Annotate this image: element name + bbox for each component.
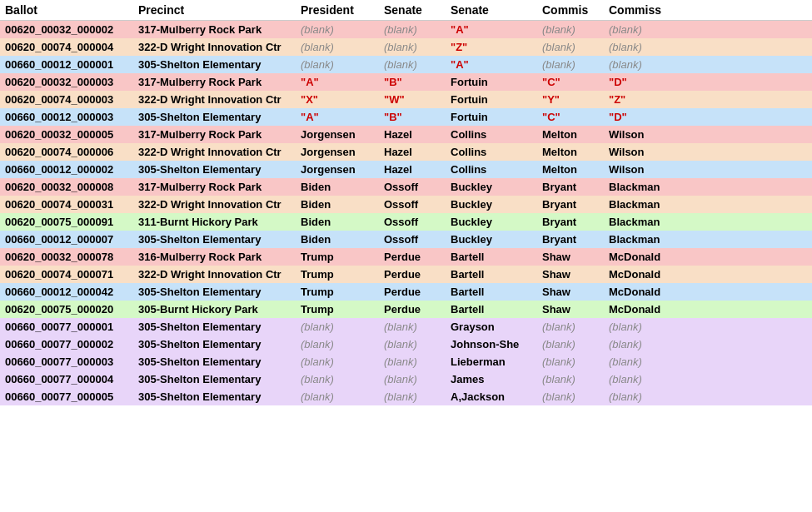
cell-ballot: 00660_00077_000005 — [0, 388, 133, 405]
table-row: 00660_00012_000003305-Shelton Elementary… — [0, 108, 812, 126]
cell-comm1: (blank) — [537, 336, 604, 353]
cell-ballot: 00660_00077_000002 — [0, 336, 133, 353]
cell-ballot: 00620_00032_000005 — [0, 126, 133, 143]
cell-senate2: A,Jackson — [446, 388, 537, 405]
cell-comm1: Shaw — [537, 283, 604, 301]
table-row: 00660_00077_000002305-Shelton Elementary… — [0, 336, 812, 353]
cell-comm2: McDonald — [604, 266, 812, 283]
cell-comm2: McDonald — [604, 248, 812, 266]
cell-precinct: 322-D Wright Innovation Ctr — [133, 266, 296, 283]
cell-senate2: "A" — [446, 56, 537, 73]
table-row: 00660_00077_000001305-Shelton Elementary… — [0, 318, 812, 336]
cell-senate1: Perdue — [379, 266, 446, 283]
cell-senate2: "Z" — [446, 38, 537, 56]
cell-comm1: "Y" — [537, 91, 604, 108]
cell-ballot: 00660_00077_000004 — [0, 370, 133, 388]
cell-precinct: 305-Shelton Elementary — [133, 161, 296, 178]
cell-comm2: Blackman — [604, 231, 812, 248]
cell-senate2: Collins — [446, 161, 537, 178]
cell-comm2: (blank) — [604, 370, 812, 388]
cell-senate2: Bartell — [446, 266, 537, 283]
cell-president: Trump — [296, 266, 379, 283]
cell-senate1: "B" — [379, 73, 446, 91]
cell-senate2: Buckley — [446, 196, 537, 213]
cell-ballot: 00620_00032_000002 — [0, 21, 133, 39]
cell-senate1: Perdue — [379, 283, 446, 301]
cell-senate1: (blank) — [379, 318, 446, 336]
cell-senate1: (blank) — [379, 388, 446, 405]
cell-precinct: 311-Burnt Hickory Park — [133, 213, 296, 231]
cell-comm1: "C" — [537, 73, 604, 91]
cell-senate2: Collins — [446, 126, 537, 143]
cell-senate1: Hazel — [379, 161, 446, 178]
cell-president: (blank) — [296, 388, 379, 405]
cell-precinct: 322-D Wright Innovation Ctr — [133, 196, 296, 213]
cell-comm2: Wilson — [604, 143, 812, 161]
cell-president: (blank) — [296, 370, 379, 388]
table-row: 00660_00077_000005305-Shelton Elementary… — [0, 388, 812, 405]
table-row: 00620_00074_000003322-D Wright Innovatio… — [0, 91, 812, 108]
cell-comm1: Melton — [537, 143, 604, 161]
cell-precinct: 305-Shelton Elementary — [133, 336, 296, 353]
cell-president: (blank) — [296, 56, 379, 73]
cell-precinct: 317-Mulberry Rock Park — [133, 178, 296, 196]
cell-ballot: 00620_00032_000078 — [0, 248, 133, 266]
cell-comm1: (blank) — [537, 38, 604, 56]
cell-president: Biden — [296, 196, 379, 213]
cell-comm1: Bryant — [537, 213, 604, 231]
cell-senate1: (blank) — [379, 38, 446, 56]
cell-comm1: Bryant — [537, 196, 604, 213]
table-row: 00620_00074_000006322-D Wright Innovatio… — [0, 143, 812, 161]
cell-president: Jorgensen — [296, 161, 379, 178]
cell-president: (blank) — [296, 38, 379, 56]
cell-precinct: 305-Shelton Elementary — [133, 318, 296, 336]
cell-precinct: 316-Mulberry Rock Park — [133, 248, 296, 266]
cell-president: Biden — [296, 231, 379, 248]
table-row: 00620_00074_000071322-D Wright Innovatio… — [0, 266, 812, 283]
cell-precinct: 305-Shelton Elementary — [133, 108, 296, 126]
cell-comm1: (blank) — [537, 318, 604, 336]
cell-senate1: Hazel — [379, 126, 446, 143]
cell-ballot: 00660_00077_000001 — [0, 318, 133, 336]
cell-ballot: 00660_00012_000007 — [0, 231, 133, 248]
cell-president: Jorgensen — [296, 143, 379, 161]
cell-senate2: Collins — [446, 143, 537, 161]
cell-president: (blank) — [296, 336, 379, 353]
cell-comm1: Bryant — [537, 178, 604, 196]
cell-senate2: Buckley — [446, 178, 537, 196]
cell-precinct: 305-Burnt Hickory Park — [133, 301, 296, 318]
cell-comm2: "D" — [604, 73, 812, 91]
cell-ballot: 00660_00012_000042 — [0, 283, 133, 301]
cell-comm1: Melton — [537, 126, 604, 143]
table-row: 00660_00077_000003305-Shelton Elementary… — [0, 353, 812, 370]
cell-precinct: 305-Shelton Elementary — [133, 388, 296, 405]
cell-precinct: 322-D Wright Innovation Ctr — [133, 38, 296, 56]
cell-comm1: (blank) — [537, 21, 604, 39]
cell-comm1: Shaw — [537, 266, 604, 283]
table-row: 00620_00074_000004322-D Wright Innovatio… — [0, 38, 812, 56]
cell-precinct: 305-Shelton Elementary — [133, 370, 296, 388]
col-header-senate2: Senate — [446, 0, 537, 21]
cell-senate2: Fortuin — [446, 108, 537, 126]
cell-senate1: "B" — [379, 108, 446, 126]
cell-ballot: 00620_00075_000091 — [0, 213, 133, 231]
cell-senate1: Ossoff — [379, 213, 446, 231]
cell-senate1: Perdue — [379, 248, 446, 266]
cell-ballot: 00660_00012_000003 — [0, 108, 133, 126]
cell-senate2: Bartell — [446, 283, 537, 301]
table-row: 00660_00012_000042305-Shelton Elementary… — [0, 283, 812, 301]
cell-president: Biden — [296, 213, 379, 231]
cell-comm1: Melton — [537, 161, 604, 178]
cell-comm1: (blank) — [537, 353, 604, 370]
table-row: 00660_00012_000002305-Shelton Elementary… — [0, 161, 812, 178]
cell-ballot: 00620_00074_000071 — [0, 266, 133, 283]
cell-president: "A" — [296, 73, 379, 91]
table-row: 00620_00032_000002317-Mulberry Rock Park… — [0, 21, 812, 39]
cell-senate1: Ossoff — [379, 178, 446, 196]
table-row: 00620_00032_000078316-Mulberry Rock Park… — [0, 248, 812, 266]
cell-precinct: 317-Mulberry Rock Park — [133, 21, 296, 39]
col-header-precinct: Precinct — [133, 0, 296, 21]
cell-senate2: "A" — [446, 21, 537, 39]
cell-ballot: 00660_00077_000003 — [0, 353, 133, 370]
ballot-table: Ballot Precinct President Senate Senate … — [0, 0, 812, 405]
